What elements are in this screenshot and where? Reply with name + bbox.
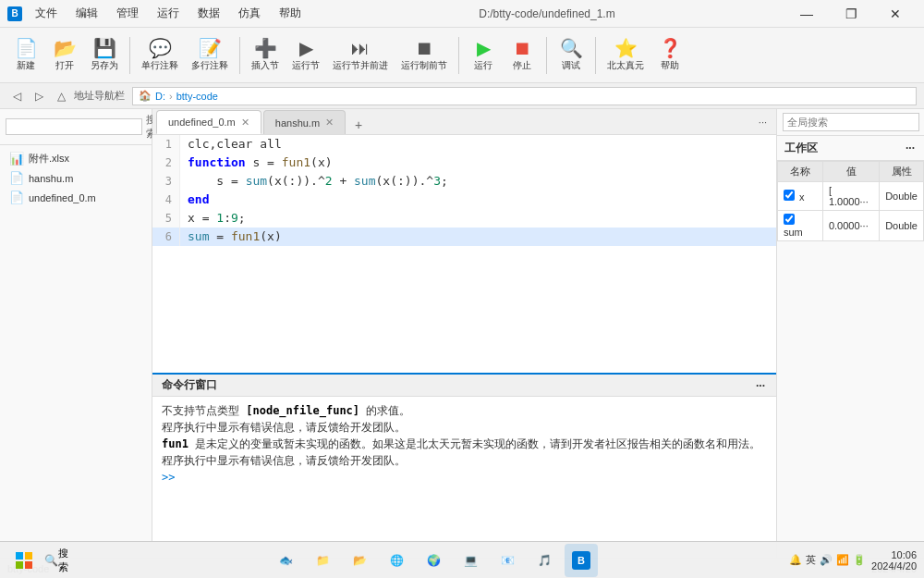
taskbar-edge[interactable]: 🌐 [380,544,413,577]
workspace-row-sum[interactable]: sum 0.0000··· Double [778,211,924,241]
minimize-button[interactable]: — [785,0,828,28]
toolbar-stop[interactable]: ⏹ 停止 [504,37,541,74]
toolbar-run-advance[interactable]: ⏭ 运行节并前进 [327,37,394,74]
line-num-6: 6 [152,228,180,246]
line-content-2[interactable]: function s = fun1(x) [180,154,776,172]
tab-hanshu[interactable]: hanshu.m ✕ [263,110,346,134]
titlebar-left: B 文件 编辑 管理 运行 数据 仿真 帮助 [7,4,309,23]
back-button[interactable]: ◁ [7,87,26,105]
editor-area: undefined_0.m ✕ hanshu.m ✕ + ··· 1 clc,c… [152,109,776,558]
toolbar-save-as[interactable]: 💾 另存为 [85,37,124,74]
taskbar-btty[interactable]: B [565,544,598,577]
file-item-xlsx[interactable]: 📊 附件.xlsx [0,149,152,168]
line-content-5[interactable]: x = 1:9; [180,209,776,228]
workspace-more[interactable]: ··· [904,140,917,156]
code-line-2: 2 function s = fun1(x) [152,154,776,172]
taskbar-music[interactable]: 🎵 [528,544,561,577]
address-label: 地址导航栏 [74,89,125,103]
toolbar-insert[interactable]: ➕ 插入节 [246,37,285,74]
maximize-button[interactable]: ❐ [830,0,872,28]
menu-run[interactable]: 运行 [150,4,187,23]
help-label: 帮助 [661,59,679,72]
command-area: 命令行窗口 ··· 不支持节点类型 [node_nfile_func] 的求值。… [152,373,776,558]
toolbar-run-section[interactable]: ▶ 运行节 [286,37,325,74]
forward-button[interactable]: ▷ [30,87,48,105]
search-taskbar-button[interactable]: 🔍 搜索 [44,544,78,577]
tray-notification[interactable]: 🔔 [789,554,802,566]
address-d: D: [155,91,165,102]
var-sum-checkbox[interactable] [784,214,795,225]
system-time: 10:06 [871,549,917,560]
line-comment-label: 单行注释 [141,59,178,72]
workspace-table: 名称 值 属性 x [ 1.0000··· Double [777,161,924,241]
toolbar-multi-comment[interactable]: 📝 多行注释 [186,37,234,74]
menu-manage[interactable]: 管理 [109,4,146,23]
command-header: 命令行窗口 ··· [152,375,776,397]
code-editor[interactable]: 1 clc,clear all 2 function s = fun1(x) 3… [152,135,776,373]
run-advance-label: 运行节并前进 [333,59,388,72]
menu-help[interactable]: 帮助 [272,4,309,23]
start-button[interactable] [7,544,41,577]
close-button[interactable]: ✕ [874,0,917,28]
global-search-input[interactable] [783,113,919,131]
taskbar-folder[interactable]: 📁 [306,544,339,577]
toolbar-run[interactable]: ▶ 运行 [465,37,502,74]
tab-close-undefined0[interactable]: ✕ [241,117,249,129]
toolbar-help[interactable]: ❓ 帮助 [651,37,688,74]
help-icon: ❓ [659,39,682,57]
debug-icon: 🔍 [560,39,583,57]
svg-rect-0 [16,552,23,560]
open-icon: 📂 [54,39,77,57]
toolbar-run-stop[interactable]: ⏹ 运行制前节 [395,37,453,74]
line-content-4[interactable]: end [180,191,776,209]
tray-battery[interactable]: 🔋 [853,554,866,566]
var-sum-type: Double [880,211,924,241]
toolbar-open[interactable]: 📂 打开 [46,37,83,74]
menu-sim[interactable]: 仿真 [231,4,268,23]
menu-edit[interactable]: 编辑 [68,4,105,23]
code-line-3: 3 s = sum(x(:)).^2 + sum(x(:)).^3; [152,172,776,191]
workspace-row-x[interactable]: x [ 1.0000··· Double [778,182,924,211]
taskbar-explorer[interactable]: 📂 [343,544,376,577]
save-label: 另存为 [91,59,118,72]
btty-icon: B [572,551,590,570]
toolbar-line-comment[interactable]: 💬 单行注释 [136,37,184,74]
tray-volume[interactable]: 🔊 [820,554,833,566]
line-content-3[interactable]: s = sum(x(:)).^2 + sum(x(:)).^3; [180,172,776,191]
debug-label: 调试 [562,59,580,72]
menu-data[interactable]: 数据 [190,4,227,23]
tab-more-button[interactable]: ··· [753,117,772,128]
up-button[interactable]: △ [52,87,70,105]
toolbar-north-star[interactable]: ⭐ 北太真元 [602,37,650,74]
tab-undefined0[interactable]: undefined_0.m ✕ [156,110,261,134]
excel-icon: 📊 [9,152,24,166]
var-x-checkbox[interactable] [784,190,795,201]
window-controls: — ❐ ✕ [785,0,917,28]
command-more[interactable]: ··· [754,377,767,394]
tab-close-hanshu[interactable]: ✕ [325,117,334,129]
command-body[interactable]: 不支持节点类型 [node_nfile_func] 的求值。 程序执行中显示有错… [152,397,776,558]
taskbar-store[interactable]: 💻 [454,544,487,577]
system-clock[interactable]: 10:06 2024/4/20 [871,549,917,572]
tray-lang[interactable]: 英 [806,553,816,567]
toolbar-debug[interactable]: 🔍 调试 [553,37,590,74]
new-label: 新建 [17,59,35,72]
sidebar-search-input[interactable] [6,118,142,135]
line-content-6[interactable]: sum = fun1(x) [180,228,776,246]
run-icon: ▶ [477,39,491,57]
tab-add-button[interactable]: + [347,116,370,134]
address-bar[interactable]: 🏠 D: › btty-code [132,87,917,105]
taskbar-browser2[interactable]: 🌍 [417,544,450,577]
line-content-1[interactable]: clc,clear all [180,135,776,154]
tab-label-hanshu: hanshu.m [275,117,320,129]
var-sum-value: 0.0000··· [822,211,879,241]
taskbar-mail[interactable]: 📧 [491,544,524,577]
sidebar: 搜索 📊 附件.xlsx 📄 hanshu.m 📄 undefined_0.m [0,109,152,558]
toolbar-new[interactable]: 📄 新建 [7,37,44,74]
run-stop-label: 运行制前节 [401,59,447,72]
file-item-undefined[interactable]: 📄 undefined_0.m [0,188,152,207]
file-item-hanshu[interactable]: 📄 hanshu.m [0,168,152,188]
taskbar-fish-app[interactable]: 🐟 [269,544,302,577]
tray-wifi[interactable]: 📶 [836,554,849,566]
menu-file[interactable]: 文件 [28,4,65,23]
